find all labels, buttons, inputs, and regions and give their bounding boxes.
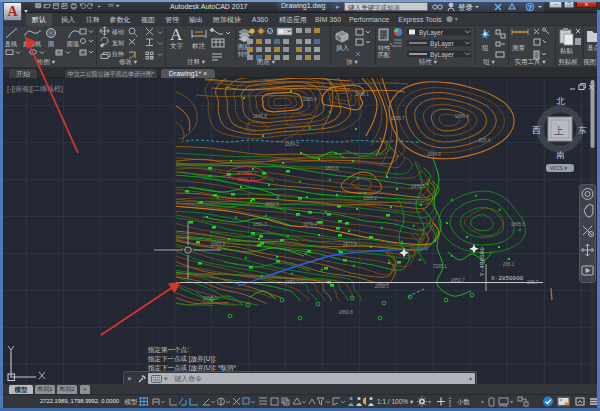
svg-text:X-2850000: X-2850000 <box>491 275 524 282</box>
svg-text:南: 南 <box>556 150 565 160</box>
svg-text:西: 西 <box>532 125 541 135</box>
svg-text:· 1884.2: · 1884.2 <box>282 142 299 147</box>
svg-text:WCS ▾: WCS ▾ <box>550 165 567 171</box>
svg-text:▾: ▾ <box>428 399 431 405</box>
svg-text:· 1883.9: · 1883.9 <box>208 242 225 247</box>
svg-text:标注: 标注 <box>191 42 206 50</box>
svg-text:组 ▾: 组 ▾ <box>483 58 495 65</box>
svg-text:· 2860.8: · 2860.8 <box>336 310 353 315</box>
svg-text:▾: ▾ <box>510 399 513 405</box>
svg-text:· 1885.6: · 1885.6 <box>508 222 525 227</box>
svg-text:匹配: 匹配 <box>378 51 390 59</box>
svg-text:圆弧: 圆弧 <box>67 40 80 48</box>
svg-text:· 1878.5: · 1878.5 <box>408 184 425 189</box>
svg-text:· 1886.8: · 1886.8 <box>250 114 267 119</box>
svg-text:· 1885.4: · 1885.4 <box>300 97 317 102</box>
svg-text:测量: 测量 <box>512 44 526 52</box>
svg-text:组: 组 <box>482 44 489 51</box>
svg-text:· 2868.5: · 2868.5 <box>372 284 389 289</box>
svg-text:移动: 移动 <box>112 29 124 36</box>
svg-text:直线: 直线 <box>5 40 17 47</box>
svg-text:粘贴: 粘贴 <box>560 47 574 55</box>
svg-text:修改 ▾: 修改 ▾ <box>119 58 138 65</box>
svg-text:注释 ▾: 注释 ▾ <box>187 58 206 65</box>
svg-text:1:1 / 100% ▾: 1:1 / 100% ▾ <box>377 398 414 405</box>
svg-text:绘图 ▾: 绘图 ▾ <box>37 58 56 65</box>
svg-text:圆: 圆 <box>48 40 54 48</box>
svg-text:· 1883.6: · 1883.6 <box>322 166 339 171</box>
svg-text:▾: ▾ <box>481 399 484 405</box>
svg-text:登录: 登录 <box>458 3 474 12</box>
svg-text:· 286.1: · 286.1 <box>500 262 515 267</box>
svg-text:图层 ▾: 图层 ▾ <box>257 58 276 65</box>
svg-text:· 2868.3: · 2868.3 <box>200 296 217 301</box>
svg-text:特性 ▾: 特性 ▾ <box>419 58 438 66</box>
svg-text:· 1884.8: · 1884.8 <box>424 152 441 157</box>
svg-text:东: 东 <box>578 125 587 135</box>
svg-text:ByLayer: ByLayer <box>430 40 455 48</box>
svg-text:1891.21: 1891.21 <box>237 176 255 182</box>
svg-text:· 7285.1: · 7285.1 <box>430 264 447 269</box>
svg-text:· 285.7: · 285.7 <box>524 280 539 285</box>
svg-text:· 1888.1: · 1888.1 <box>352 92 369 97</box>
svg-text:上: 上 <box>553 125 564 136</box>
svg-text:拉伸: 拉伸 <box>112 51 124 57</box>
svg-text:北: 北 <box>556 96 565 106</box>
svg-text:· 1882.0: · 1882.0 <box>262 202 279 207</box>
svg-text:实用工具 ▾: 实用工具 ▾ <box>514 58 546 66</box>
svg-text:· 1885.7: · 1885.7 <box>388 116 405 121</box>
svg-text:· 1880.2: · 1880.2 <box>360 196 377 201</box>
svg-text:· 835.4: · 835.4 <box>476 138 491 143</box>
svg-text:多段线: 多段线 <box>23 40 42 47</box>
svg-text:· 1879.4: · 1879.4 <box>300 222 317 227</box>
svg-text:特性: 特性 <box>378 45 391 52</box>
svg-text:ByLayer: ByLayer <box>419 29 444 37</box>
svg-text:文字: 文字 <box>170 42 184 49</box>
svg-text:复制: 复制 <box>112 40 124 47</box>
svg-text:· 1881.3: · 1881.3 <box>250 222 267 227</box>
svg-text:插入: 插入 <box>336 44 350 52</box>
svg-text:Y-496500: Y-496500 <box>479 247 486 276</box>
svg-text:剪贴板: 剪贴板 <box>558 58 578 66</box>
svg-text:· 2850.4: · 2850.4 <box>282 280 299 285</box>
svg-text:小数: 小数 <box>457 398 471 405</box>
svg-text:块 ▾: 块 ▾ <box>345 58 358 65</box>
svg-text:?: ? <box>528 4 532 11</box>
svg-text:· 1886.4: · 1886.4 <box>452 114 469 119</box>
svg-text:· 1877.8: · 1877.8 <box>340 242 357 247</box>
svg-text:· 2850.7: · 2850.7 <box>448 278 465 283</box>
